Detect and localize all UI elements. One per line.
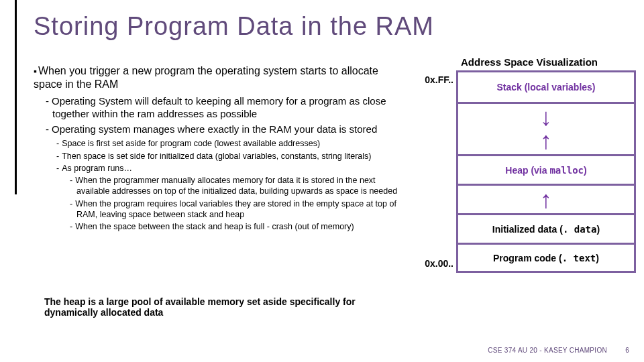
diagram-body: 0x.FF.. 0x.00.. Stack (local variables) … — [423, 70, 636, 273]
bullet-level3: -Then space is set side for initialized … — [56, 151, 409, 162]
bullet-level2: -Operating system manages where exactly … — [46, 123, 409, 136]
gap-box: ↓ ↑ — [458, 102, 634, 154]
lvl4-text: When the space between the stack and hea… — [75, 222, 354, 231]
data-label: Initialized data (. data) — [492, 224, 600, 235]
top-address: 0x.FF.. — [423, 74, 453, 85]
bullet-level3: -As program runs… — [56, 163, 409, 174]
bullet-level3: -Space is first set aside for program co… — [56, 138, 409, 149]
stack-box: Stack (local variables) — [458, 72, 634, 102]
code-label: Program code (. text) — [493, 253, 599, 263]
memory-boxes: Stack (local variables) ↓ ↑ Heap (via ma… — [456, 70, 636, 273]
address-space-diagram: Address Space Visualization 0x.FF.. 0x.0… — [423, 56, 636, 273]
lvl2-text: Operating system manages where exactly i… — [52, 123, 377, 135]
slide-title: Storing Program Data in the RAM — [34, 12, 434, 41]
content-block: When you trigger a new program the opera… — [34, 64, 409, 233]
lvl1-text: When you trigger a new program the opera… — [34, 65, 378, 90]
heap-label: Heap (via malloc) — [505, 165, 586, 176]
lvl4-text: When the program requires local variable… — [75, 199, 396, 219]
bottom-address: 0x.00.. — [423, 258, 453, 269]
diagram-title: Address Space Visualization — [423, 56, 636, 68]
address-labels: 0x.FF.. 0x.00.. — [423, 70, 456, 273]
lvl3-text: As program runs… — [62, 164, 132, 173]
left-rule — [15, 0, 17, 194]
bullet-level4: -When the programmer manually allocates … — [70, 175, 409, 197]
lvl4-text: When the programmer manually allocates m… — [75, 176, 397, 196]
page-number: 6 — [625, 347, 629, 354]
lvl2-text: Operating System will default to keeping… — [52, 95, 386, 119]
footer: CSE 374 AU 20 - KASEY CHAMPION 6 — [488, 347, 629, 354]
data-box: Initialized data (. data) — [458, 213, 634, 243]
heap-box: Heap (via malloc) — [458, 154, 634, 184]
lvl3-text: Space is first set aside for program cod… — [62, 139, 320, 148]
arrow-down-icon: ↓ — [540, 105, 552, 129]
gap-box: ↑ — [458, 184, 634, 213]
arrow-up-icon: ↑ — [540, 188, 552, 212]
course-label: CSE 374 AU 20 - KASEY CHAMPION — [488, 347, 607, 354]
bullet-level1: When you trigger a new program the opera… — [34, 64, 409, 91]
bullet-level4: -When the space between the stack and he… — [70, 221, 409, 232]
arrow-up-icon: ↑ — [540, 129, 552, 153]
bullet-level2: -Operating System will default to keepin… — [46, 95, 409, 121]
bullet-level4: -When the program requires local variabl… — [70, 198, 409, 221]
summary-text: The heap is a large pool of available me… — [44, 296, 393, 318]
code-box: Program code (. text) — [458, 243, 634, 271]
lvl3-text: Then space is set side for initialized d… — [62, 152, 371, 161]
